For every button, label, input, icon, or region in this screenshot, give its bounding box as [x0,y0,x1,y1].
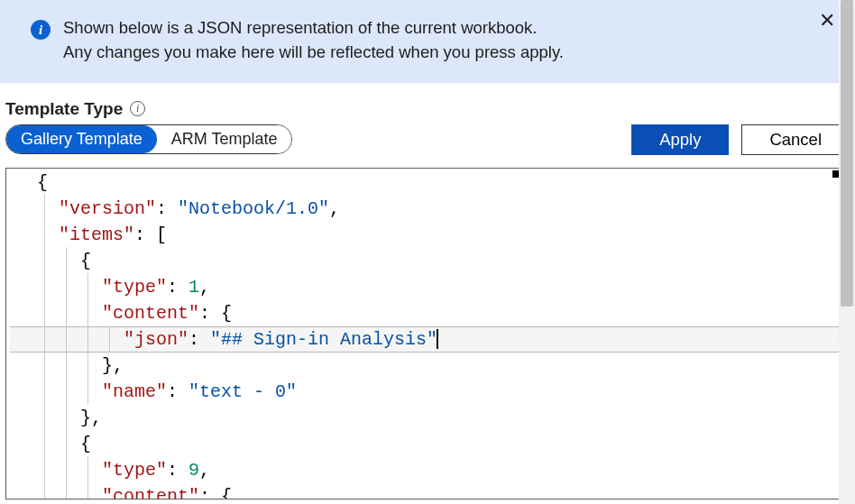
json-editor[interactable]: { "version": "Notebook/1.0", "items": [ … [5,168,850,499]
template-type-label: Template Type [5,99,123,119]
banner-message: Shown below is a JSON representation of … [63,16,564,65]
segment-gallery-template[interactable]: Gallery Template [6,125,157,153]
code-line: }, [37,353,849,379]
code-line: { [37,248,849,274]
code-line: "content": { [37,483,849,499]
info-icon: i [31,20,51,40]
code-line: "name": "text - 0" [37,379,849,405]
code-line: "type": 9, [37,457,849,483]
info-banner: i Shown below is a JSON representation o… [0,0,855,83]
template-type-segmented: Gallery Template ARM Template [5,124,292,154]
code-line: }, [37,405,849,431]
editor-content[interactable]: { "version": "Notebook/1.0", "items": [ … [6,169,849,499]
indent-guide [44,195,45,499]
indent-guide [87,273,88,404]
code-line: "json": "## Sign-in Analysis" [37,326,849,353]
banner-line-2: Any changes you make here will be reflec… [63,42,564,61]
code-line: "type": 1, [37,274,849,300]
apply-button[interactable]: Apply [631,124,729,155]
code-line: { [37,170,849,196]
info-hint-icon[interactable]: i [130,101,145,116]
controls-row: Gallery Template ARM Template Apply Canc… [0,124,855,164]
indent-guide [87,456,88,499]
banner-line-1: Shown below is a JSON representation of … [63,18,537,37]
code-line: "items": [ [37,222,849,248]
segment-arm-template[interactable]: ARM Template [157,125,292,153]
indent-guide [66,247,67,499]
text-cursor [437,329,438,349]
code-line: "content": { [37,300,849,326]
cancel-button[interactable]: Cancel [741,124,850,155]
close-icon[interactable]: ✕ [819,11,835,31]
code-line: { [37,431,849,457]
indent-guide [109,325,110,352]
template-type-label-row: Template Type i [0,83,855,124]
code-line: "version": "Notebook/1.0", [37,196,849,222]
